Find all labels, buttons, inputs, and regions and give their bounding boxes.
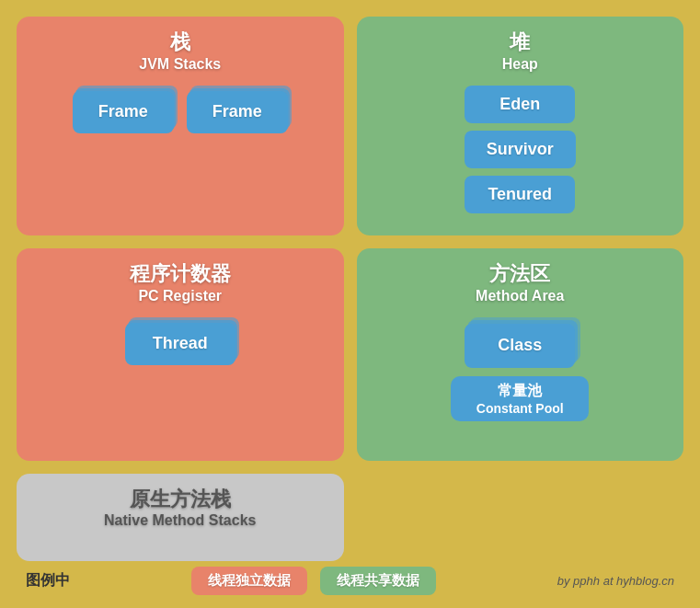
jvm-stacks-title-zh: 栈 <box>170 29 190 56</box>
credit-text: by pphh at hyhblog.cn <box>557 574 674 588</box>
const-pool-en: Constant Pool <box>469 401 570 416</box>
native-stacks-title-en: Native Method Stacks <box>104 512 256 529</box>
method-area-panel: 方法区 Method Area Class 常量池 Constant Pool <box>357 248 684 461</box>
frame1-label: Frame <box>73 91 174 133</box>
thread-label: Thread <box>125 323 235 365</box>
class-label: Class <box>465 324 575 368</box>
legend-thread-private: 线程独立数据 <box>191 567 307 595</box>
class-stack: Class <box>465 317 575 369</box>
legend-items: 线程独立数据 线程共享数据 <box>191 567 436 595</box>
native-stacks-title-zh: 原生方法栈 <box>130 487 231 513</box>
thread-stack: Thread <box>125 317 235 365</box>
method-area-title-zh: 方法区 <box>489 261 550 288</box>
tenured-box: Tenured <box>465 176 575 213</box>
frame2-label: Frame <box>187 91 288 133</box>
const-pool-zh: 常量池 <box>469 382 570 401</box>
frames-container: Frame Frame <box>73 86 288 133</box>
frame1-stack: Frame <box>73 86 174 133</box>
survivor-box: Survivor <box>465 131 576 168</box>
eden-box: Eden <box>465 86 575 123</box>
heap-items: Eden Survivor Tenured <box>372 86 670 213</box>
pc-register-title-zh: 程序计数器 <box>130 261 231 288</box>
legend-label: 图例中 <box>26 571 70 591</box>
method-area-title-en: Method Area <box>476 288 564 304</box>
legend-thread-shared: 线程共享数据 <box>320 567 436 595</box>
heap-title-zh: 堆 <box>510 29 530 56</box>
const-pool-box: 常量池 Constant Pool <box>451 376 589 421</box>
main-grid: 栈 JVM Stacks Frame Frame 堆 Heap Eden Sur… <box>17 17 683 561</box>
heap-panel: 堆 Heap Eden Survivor Tenured <box>357 17 684 235</box>
method-items: Class 常量池 Constant Pool <box>372 317 670 421</box>
heap-title-en: Heap <box>502 56 538 73</box>
jvm-stacks-title-en: JVM Stacks <box>139 56 221 73</box>
native-stacks-panel: 原生方法栈 Native Method Stacks <box>17 474 344 561</box>
pc-register-title-en: PC Register <box>138 288 222 304</box>
footer: 图例中 线程独立数据 线程共享数据 by pphh at hyhblog.cn <box>17 561 683 595</box>
jvm-stacks-panel: 栈 JVM Stacks Frame Frame <box>17 17 344 235</box>
pc-register-panel: 程序计数器 PC Register Thread <box>17 248 344 461</box>
frame2-stack: Frame <box>187 86 288 133</box>
